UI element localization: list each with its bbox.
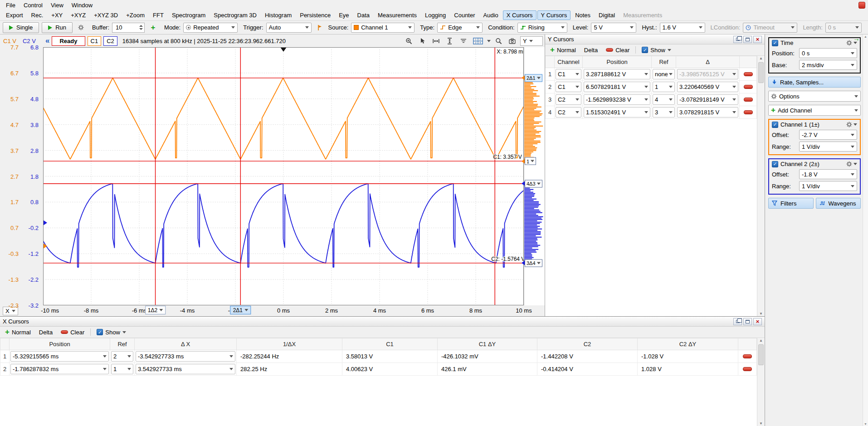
y-cursor-flag-1[interactable]: 1 — [525, 157, 536, 165]
close-window-icon[interactable]: × — [753, 36, 762, 43]
remove-cursor-button[interactable] — [744, 72, 753, 76]
toolbar-notes[interactable]: Notes — [571, 10, 594, 20]
scroll-up-icon[interactable]: ▲ — [757, 338, 765, 343]
toolbar-measurements[interactable]: Measurements — [374, 10, 420, 20]
float-window-icon[interactable] — [733, 36, 742, 43]
add-channel-select[interactable]: + Add Channel — [768, 105, 861, 116]
cursor-ref-select[interactable]: none — [653, 69, 675, 79]
menu-file[interactable]: File — [2, 1, 20, 10]
run-button[interactable]: Run — [42, 22, 73, 33]
channel1-offset-select[interactable]: -2.7 V — [799, 130, 857, 140]
trigger-level-select[interactable]: 5 V — [591, 23, 636, 33]
scrollbar[interactable]: ▲ ▼ — [757, 56, 765, 316]
tab-channel2[interactable]: C2 — [103, 36, 117, 46]
trigger-condition-select[interactable]: Rising — [517, 23, 567, 33]
scroll-up-icon[interactable]: ▲ — [757, 56, 765, 60]
delta-cursor-button[interactable]: Delta — [582, 46, 600, 54]
channel2-checkbox[interactable]: ✓ — [772, 161, 778, 167]
scrollbar[interactable]: ▲ ▼ — [863, 34, 868, 426]
x-cursor-flag-2Δ1[interactable]: 2Δ1 — [230, 306, 251, 314]
mode-select[interactable]: Repeated — [183, 23, 238, 33]
toolbar-rec[interactable]: Rec. — [28, 10, 47, 20]
single-button[interactable]: Single — [3, 22, 39, 33]
toolbar-add-zoom[interactable]: +Zoom — [122, 10, 148, 20]
toolbar-logging[interactable]: Logging — [421, 10, 449, 20]
rate-samples-button[interactable]: Rate, Samples... — [768, 77, 861, 88]
clear-cursors-button[interactable]: Clear — [59, 328, 87, 337]
cursor-position-select[interactable]: 1.515302491 V — [584, 107, 650, 118]
collapse-panel-icon[interactable]: → — [853, 36, 860, 41]
remove-cursor-button[interactable] — [744, 98, 753, 102]
show-menu-button[interactable]: ✓ Show — [639, 46, 673, 54]
menu-window[interactable]: Window — [68, 1, 97, 10]
toolbar-add-xyz3d[interactable]: +XYZ 3D — [90, 10, 122, 20]
trigger-type-select[interactable]: Edge — [437, 23, 483, 33]
cursor-delta-select[interactable]: 3.220640569 V — [677, 82, 738, 92]
cursor-position-select[interactable]: -1.5629893238 V — [584, 94, 650, 105]
cursor-channel-select[interactable]: C2 — [556, 94, 581, 105]
y-cursor-flag-2Δ1[interactable]: 2Δ1 — [525, 74, 542, 82]
cursor-dx-select[interactable]: -3.542927733 ms — [136, 351, 235, 362]
tab-channel1[interactable]: C1 — [88, 36, 102, 46]
channel1-settings-icon[interactable] — [846, 122, 857, 127]
toolbar-fft[interactable]: FFT — [149, 10, 167, 20]
menu-view[interactable]: View — [47, 1, 68, 10]
cursor-position-select[interactable]: -5.329215565 ms — [10, 351, 109, 362]
scroll-down-icon[interactable]: ▼ — [863, 422, 868, 426]
toolbar-add-xy[interactable]: +XY — [48, 10, 66, 20]
remove-cursor-button[interactable] — [744, 85, 753, 89]
cursor-position-select[interactable]: 3.287188612 V — [584, 69, 650, 79]
toolbar-export[interactable]: Export — [2, 10, 27, 20]
cursor-ref-select[interactable]: 1 — [653, 82, 675, 92]
remove-cursor-button[interactable] — [743, 367, 752, 371]
buffer-spinner[interactable]: 10 — [112, 23, 145, 33]
spinner-arrows-icon[interactable] — [139, 25, 143, 30]
toolbar-digital[interactable]: Digital — [595, 10, 619, 20]
toolbar-x-cursors[interactable]: X Cursors — [503, 10, 536, 20]
cursor-ref-select[interactable]: 3 — [653, 107, 675, 118]
time-position-select[interactable]: 0 s — [799, 48, 857, 58]
fit-vertical-icon[interactable] — [444, 36, 455, 46]
scroll-thumb[interactable] — [758, 62, 764, 83]
trigger-select[interactable]: Auto — [266, 23, 312, 33]
time-checkbox[interactable]: ✓ — [772, 40, 778, 46]
cursor-channel-select[interactable]: C1 — [556, 82, 581, 92]
y-cursor-flag-4Δ3[interactable]: 4Δ3 — [525, 180, 542, 187]
remove-cursor-button[interactable] — [743, 354, 752, 358]
plot-area[interactable]: X: 8.798 msC1: 3.357 VC2: -1.5764 V — [43, 47, 524, 305]
filters-button[interactable]: Filters — [768, 198, 814, 209]
snapshot-camera-icon[interactable] — [507, 36, 518, 46]
x-cursors-titlebar[interactable]: X Cursors × — [0, 317, 765, 327]
time-base-select[interactable]: 2 ms/div — [799, 60, 857, 70]
view-layout-icon[interactable] — [471, 36, 485, 46]
scroll-thumb[interactable] — [758, 344, 764, 365]
toolbar-data[interactable]: Data — [354, 10, 373, 20]
delta-cursor-button[interactable]: Delta — [37, 328, 55, 337]
y-axis-select[interactable]: Y — [520, 36, 543, 46]
wavegens-button[interactable]: Wavegens — [816, 198, 861, 209]
scroll-up-icon[interactable]: ▲ — [863, 35, 868, 38]
cursor-position-select[interactable]: -1.786287832 ms — [10, 364, 109, 374]
levels-icon[interactable] — [458, 36, 469, 46]
toolbar-histogram[interactable]: Histogram — [261, 10, 295, 20]
remove-cursor-button[interactable] — [744, 110, 753, 114]
trigger-source-select[interactable]: Channel 1 — [351, 23, 414, 33]
hysteresis-select[interactable]: 1.6 V — [660, 23, 705, 33]
clear-cursors-button[interactable]: Clear — [604, 46, 632, 54]
scroll-down-icon[interactable]: ▼ — [757, 312, 765, 316]
toolbar-counter[interactable]: Counter — [450, 10, 478, 20]
add-normal-cursor-button[interactable]: + Normal — [548, 46, 578, 54]
channel2-offset-select[interactable]: -1.8 V — [799, 169, 857, 179]
cursor-dx-select[interactable]: 3.542927733 ms — [136, 364, 235, 374]
show-menu-button[interactable]: ✓ Show — [94, 328, 128, 337]
fit-horizontal-icon[interactable] — [430, 36, 442, 46]
toolbar-spectrogram[interactable]: Spectrogram — [168, 10, 209, 20]
add-instrument-icon[interactable]: + — [147, 23, 159, 33]
cursor-ref-select[interactable]: 2 — [111, 351, 133, 362]
toolbar-audio[interactable]: Audio — [480, 10, 502, 20]
menu-control[interactable]: Control — [20, 1, 47, 10]
cursor-ref-select[interactable]: 4 — [653, 94, 675, 105]
cursor-channel-select[interactable]: C2 — [556, 107, 581, 118]
maximize-window-icon[interactable] — [743, 36, 752, 43]
zoom-in-icon[interactable] — [403, 36, 414, 46]
